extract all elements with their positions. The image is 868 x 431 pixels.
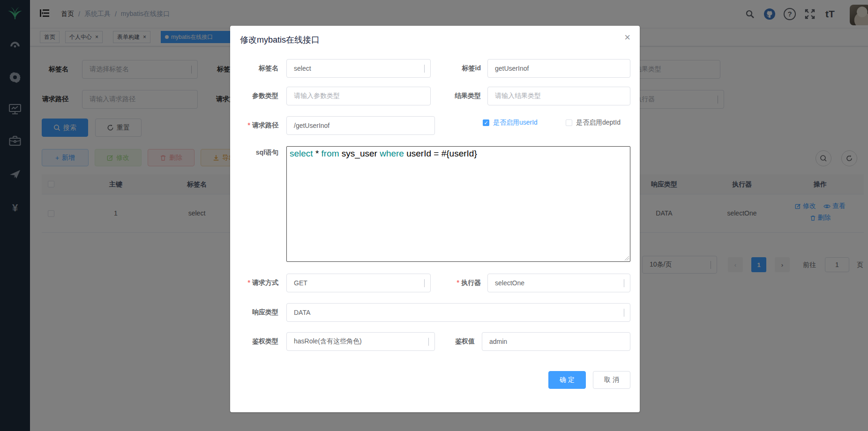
dlg-executor-select[interactable]: selectOne: [487, 274, 630, 292]
chevron-down-icon: [624, 279, 624, 287]
chevron-down-icon: [424, 279, 425, 287]
dialog-title: 修改mybatis在线接口: [240, 34, 320, 45]
dlg-tag-id-label: 标签id: [462, 64, 481, 73]
dlg-tag-id-input[interactable]: getUserInof: [487, 59, 630, 78]
dlg-enable-deptid-checkbox[interactable]: 是否启用deptId: [566, 119, 621, 127]
dlg-executor-label: *执行器: [457, 279, 481, 287]
resize-grip-icon[interactable]: [624, 255, 629, 260]
required-asterisk: *: [248, 279, 250, 286]
dlg-auth-type-select[interactable]: hasRole(含有这些角色): [286, 332, 435, 351]
dlg-request-method-select[interactable]: GET: [286, 274, 431, 292]
required-asterisk: *: [248, 121, 250, 129]
dlg-param-type-input[interactable]: 请输入参数类型: [286, 87, 431, 105]
chevron-down-icon: [624, 309, 624, 317]
edit-mybatis-dialog: 修改mybatis在线接口 × 标签名 select 标签id getUserI…: [230, 26, 640, 412]
dlg-sql-label: sql语句: [256, 149, 278, 157]
dlg-response-type-select[interactable]: DATA: [286, 303, 630, 322]
dlg-request-path-input[interactable]: /getUserInof: [286, 116, 435, 135]
dlg-sql-textarea[interactable]: select * from sys_user where userId = #{…: [286, 146, 630, 262]
dlg-enable-userid-checkbox[interactable]: ✓ 是否启用userId: [483, 119, 538, 127]
checkbox-unchecked-icon: [566, 119, 572, 126]
dlg-auth-value-input[interactable]: admin: [482, 332, 630, 351]
app-root: ¥ 首页 / 系统工具 / mybatis在线接口: [0, 0, 868, 431]
dialog-confirm-button[interactable]: 确 定: [548, 371, 586, 389]
dlg-response-type-label: 响应类型: [252, 308, 278, 317]
dlg-auth-type-label: 鉴权类型: [252, 337, 278, 346]
dlg-request-path-label: *请求路径: [248, 121, 278, 130]
dlg-auth-value-label: 鉴权值: [455, 337, 475, 346]
dlg-tag-name-label: 标签名: [259, 64, 278, 73]
dialog-cancel-button[interactable]: 取 消: [593, 371, 630, 389]
checkbox-checked-icon: ✓: [483, 119, 489, 126]
dlg-param-type-label: 参数类型: [252, 92, 278, 100]
dlg-tag-name-select[interactable]: select: [286, 59, 431, 78]
dlg-result-type-label: 结果类型: [455, 92, 481, 100]
chevron-down-icon: [428, 338, 429, 346]
dlg-request-method-label: *请求方式: [248, 279, 278, 287]
sql-code: select * from sys_user where userId = #{…: [290, 149, 477, 158]
required-asterisk: *: [457, 279, 459, 286]
chevron-down-icon: [424, 65, 425, 73]
dlg-result-type-input[interactable]: 请输入结果类型: [487, 87, 630, 105]
dialog-close-icon[interactable]: ×: [624, 32, 630, 43]
